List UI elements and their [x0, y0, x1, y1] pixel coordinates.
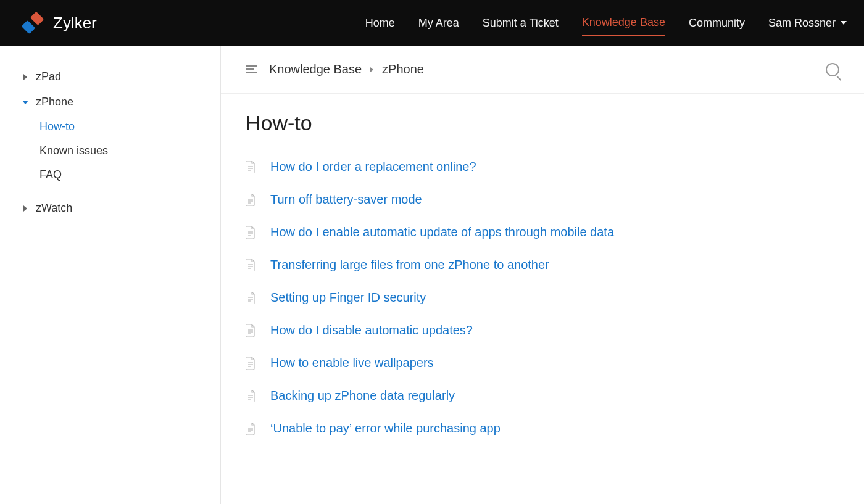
article-title: Backing up zPhone data regularly: [270, 389, 455, 403]
sidebar-item-known-issues[interactable]: Known issues: [39, 139, 220, 163]
article-item[interactable]: Transferring large files from one zPhone…: [246, 258, 839, 272]
main-header: Zylker Home My Area Submit a Ticket Know…: [0, 0, 864, 46]
document-icon: [246, 292, 255, 304]
article-title: How do I order a replacement online?: [270, 160, 476, 174]
sidebar-item-zphone[interactable]: zPhone: [22, 89, 220, 115]
sidebar-item-faq[interactable]: FAQ: [39, 163, 220, 187]
document-icon: [246, 194, 255, 206]
brand-logo-icon: [19, 9, 47, 37]
article-list: How do I order a replacement online? Tur…: [246, 160, 839, 436]
article-title: How do I disable automatic updates?: [270, 323, 473, 337]
user-menu[interactable]: Sam Rossner: [768, 17, 847, 30]
article-title: Setting up Finger ID security: [270, 291, 426, 305]
sidebar-item-zpad[interactable]: zPad: [22, 64, 220, 89]
brand-name: Zylker: [53, 14, 97, 33]
document-icon: [246, 226, 255, 239]
document-icon: [246, 390, 255, 402]
chevron-right-icon: [22, 205, 28, 212]
article-title: ‘Unable to pay’ error while purchasing a…: [270, 421, 501, 436]
article-item[interactable]: Backing up zPhone data regularly: [246, 389, 839, 403]
chevron-right-icon: [22, 74, 28, 80]
sidebar-item-zwatch[interactable]: zWatch: [22, 196, 220, 221]
user-name: Sam Rossner: [768, 17, 836, 30]
nav-submit-ticket[interactable]: Submit a Ticket: [483, 10, 559, 36]
breadcrumb: Knowledge Base zPhone: [269, 62, 424, 76]
chevron-down-icon: [22, 99, 28, 105]
article-item[interactable]: Turn off battery-saver mode: [246, 192, 839, 207]
document-icon: [246, 423, 255, 435]
article-title: How do I enable automatic update of apps…: [270, 225, 614, 239]
chevron-right-icon: [370, 67, 373, 72]
article-item[interactable]: How to enable live wallpapers: [246, 356, 839, 370]
article-item[interactable]: How do I enable automatic update of apps…: [246, 225, 839, 239]
category-sidebar: zPad zPhone How-to Known issues FAQ zWat…: [0, 46, 221, 504]
article-item[interactable]: How do I disable automatic updates?: [246, 323, 839, 337]
sidebar-item-howto[interactable]: How-to: [39, 115, 220, 139]
nav-knowledge-base[interactable]: Knowledge Base: [582, 10, 665, 36]
search-icon: [826, 63, 839, 76]
document-icon: [246, 161, 255, 173]
main-content: Knowledge Base zPhone How-to How do I or…: [221, 46, 864, 504]
article-item[interactable]: ‘Unable to pay’ error while purchasing a…: [246, 421, 839, 436]
sidebar-subitems-zphone: How-to Known issues FAQ: [22, 115, 220, 187]
svg-rect-0: [30, 12, 44, 26]
breadcrumb-zphone[interactable]: zPhone: [382, 62, 424, 76]
primary-nav: Home My Area Submit a Ticket Knowledge B…: [365, 10, 847, 36]
search-button[interactable]: [826, 63, 839, 76]
article-item[interactable]: Setting up Finger ID security: [246, 291, 839, 305]
nav-my-area[interactable]: My Area: [418, 10, 459, 36]
document-icon: [246, 259, 255, 271]
document-icon: [246, 357, 255, 370]
article-item[interactable]: How do I order a replacement online?: [246, 160, 839, 174]
sidebar-item-label: zPad: [36, 70, 61, 83]
sidebar-item-label: zWatch: [36, 202, 72, 215]
brand-logo[interactable]: Zylker: [19, 9, 97, 37]
toc-toggle-icon[interactable]: [246, 65, 257, 74]
sidebar-item-label: zPhone: [36, 96, 73, 109]
document-icon: [246, 324, 255, 337]
article-title: Turn off battery-saver mode: [270, 192, 422, 207]
article-title: How to enable live wallpapers: [270, 356, 434, 370]
nav-community[interactable]: Community: [689, 10, 745, 36]
chevron-down-icon: [841, 21, 847, 25]
content-topbar: Knowledge Base zPhone: [221, 46, 864, 94]
nav-home[interactable]: Home: [365, 10, 395, 36]
article-title: Transferring large files from one zPhone…: [270, 258, 549, 272]
breadcrumb-knowledge-base[interactable]: Knowledge Base: [269, 62, 362, 76]
page-title: How-to: [246, 111, 839, 135]
svg-rect-1: [22, 20, 36, 35]
